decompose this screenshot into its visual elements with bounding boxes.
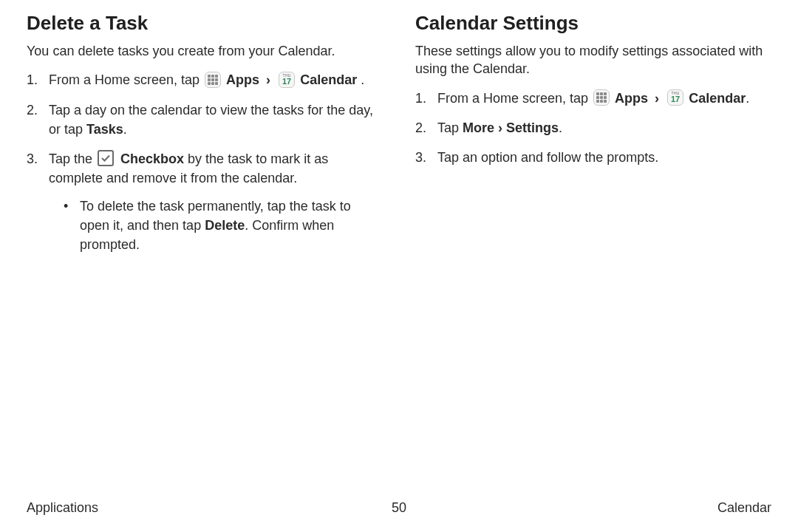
- sub-list: To delete the task permanently, tap the …: [49, 197, 383, 254]
- steps-calendar-settings: From a Home screen, tap Apps › THU17 Cal…: [415, 89, 771, 167]
- breadcrumb-separator: ›: [655, 91, 659, 106]
- footer-page-number: 50: [392, 500, 406, 516]
- steps-delete-task: From a Home screen, tap Apps › THU17 Cal…: [27, 70, 383, 254]
- text: Tap the: [49, 151, 96, 166]
- text: From a Home screen, tap: [437, 91, 592, 106]
- apps-icon: [205, 72, 221, 88]
- apps-label: Apps: [226, 72, 259, 87]
- calendar-icon: THU17: [667, 89, 683, 106]
- page-body: Delete a Task You can delete tasks you c…: [27, 12, 771, 265]
- apps-icon: [593, 89, 610, 106]
- text: From a Home screen, tap: [49, 72, 203, 87]
- text: Tap an option and follow the prompts.: [437, 150, 658, 165]
- text: Tap: [437, 120, 463, 135]
- heading-calendar-settings: Calendar Settings: [415, 12, 771, 35]
- col-calendar-settings: Calendar Settings These settings allow y…: [415, 12, 771, 265]
- footer-section: Applications: [27, 500, 98, 516]
- text: .: [123, 122, 127, 137]
- list-item: Tap More › Settings.: [415, 118, 771, 137]
- text: .: [746, 91, 749, 106]
- list-item: From a Home screen, tap Apps › THU17 Cal…: [27, 70, 383, 89]
- calendar-icon: THU17: [279, 72, 295, 88]
- list-item: To delete the task permanently, tap the …: [64, 197, 383, 254]
- page-footer: Applications 50 Calendar: [27, 500, 771, 516]
- delete-label: Delete: [205, 218, 245, 233]
- text: .: [357, 72, 364, 87]
- list-item: Tap an option and follow the prompts.: [415, 148, 771, 167]
- footer-topic: Calendar: [717, 500, 771, 516]
- calendar-label: Calendar: [689, 91, 746, 106]
- more-label: More: [463, 120, 494, 135]
- intro-delete-task: You can delete tasks you create from you…: [27, 42, 383, 60]
- heading-delete-task: Delete a Task: [27, 12, 383, 35]
- settings-label: Settings: [506, 120, 559, 135]
- list-item: From a Home screen, tap Apps › THU17 Cal…: [415, 89, 771, 108]
- list-item: Tap a day on the calendar to view the ta…: [27, 100, 383, 139]
- checkbox-label: Checkbox: [120, 151, 184, 166]
- text: .: [559, 120, 562, 135]
- tasks-label: Tasks: [86, 122, 123, 137]
- calendar-icon-num: 17: [282, 78, 291, 86]
- list-item: Tap the Checkbox by the task to mark it …: [27, 149, 383, 255]
- calendar-icon-num: 17: [671, 95, 680, 103]
- checkbox-icon: [98, 150, 114, 166]
- apps-label: Apps: [615, 91, 648, 106]
- breadcrumb-separator: ›: [266, 72, 270, 87]
- intro-calendar-settings: These settings allow you to modify setti…: [415, 42, 771, 78]
- col-delete-task: Delete a Task You can delete tasks you c…: [27, 12, 383, 265]
- breadcrumb-separator: ›: [494, 120, 506, 135]
- calendar-label: Calendar: [300, 72, 357, 87]
